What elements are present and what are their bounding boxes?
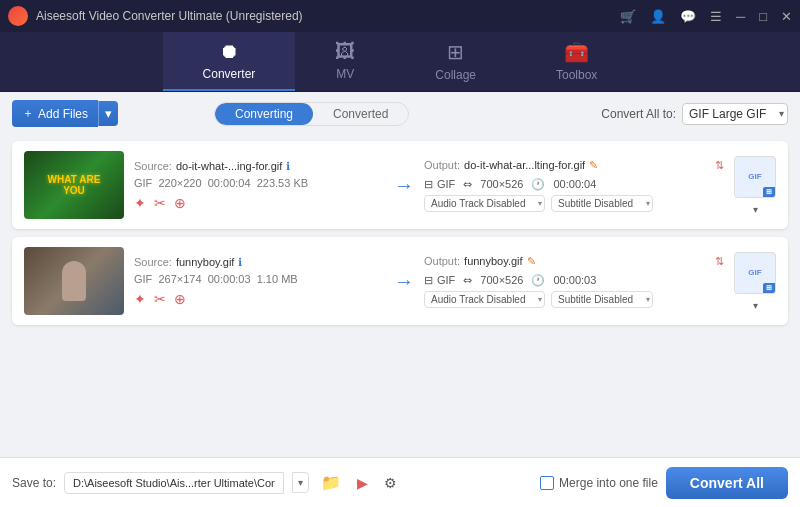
minimize-icon[interactable]: ─ xyxy=(736,9,745,24)
thumb2-person xyxy=(62,261,86,301)
bottom-bar: Save to: D:\Aiseesoft Studio\Ais...rter … xyxy=(0,457,800,507)
output-right-1: GIF ⊞ ▾ xyxy=(734,156,776,215)
cut-icon-2[interactable]: ✂ xyxy=(154,291,166,307)
titlebar-controls: 🛒 👤 💬 ☰ ─ □ ✕ xyxy=(620,9,792,24)
save-path-dropdown-button[interactable]: ▾ xyxy=(292,472,309,493)
info-icon-2[interactable]: ℹ xyxy=(238,256,242,269)
source-name-2: funnyboy.gif xyxy=(176,256,235,268)
format-badge-2: ⊟ GIF xyxy=(424,274,455,287)
add-icon: ＋ xyxy=(22,105,34,122)
convert-all-button[interactable]: Convert All xyxy=(666,467,788,499)
info-icon-1[interactable]: ℹ xyxy=(286,160,290,173)
edit-icon-1[interactable]: ✎ xyxy=(589,159,598,172)
tab-converter[interactable]: ⏺ Converter xyxy=(163,32,296,91)
add-files-label: Add Files xyxy=(38,107,88,121)
convert-tabs: Converting Converted xyxy=(214,102,409,126)
audio-select-wrapper-2: Audio Track Disabled ▾ xyxy=(424,291,545,308)
converted-tab[interactable]: Converted xyxy=(313,103,408,125)
output-dur-1: 00:00:04 xyxy=(553,178,596,190)
clock-icon-2: 🕐 xyxy=(531,274,545,287)
output-label-2: Output: xyxy=(424,255,460,267)
convert-all-to-label: Convert All to: xyxy=(601,107,676,121)
tag-icon-2[interactable]: ⊕ xyxy=(174,291,186,307)
close-icon[interactable]: ✕ xyxy=(781,9,792,24)
file-resolution-2: 267×174 xyxy=(158,273,201,285)
output-right-2: GIF ⊞ ▾ xyxy=(734,252,776,311)
menu-icon[interactable]: ☰ xyxy=(710,9,722,24)
tab-toolbox-label: Toolbox xyxy=(556,68,597,82)
save-to-label: Save to: xyxy=(12,476,56,490)
source-label-1: Source: xyxy=(134,160,172,172)
add-files-button[interactable]: ＋ Add Files xyxy=(12,100,98,127)
file-size-2: 1.10 MB xyxy=(257,273,298,285)
tab-mv-label: MV xyxy=(336,67,354,81)
file-duration-1: 00:00:04 xyxy=(208,177,251,189)
mv-icon: 🖼 xyxy=(335,40,355,63)
output-name-2: funnyboy.gif xyxy=(464,255,523,267)
add-files-dropdown-button[interactable]: ▾ xyxy=(98,101,118,126)
format-thumb-dropdown-1[interactable]: ▾ xyxy=(753,204,758,215)
audio-track-select-2[interactable]: Audio Track Disabled xyxy=(424,291,545,308)
output-format-row-2: ⊟ GIF ⇔ 700×526 🕐 00:00:03 xyxy=(424,274,724,287)
resolution-icon-1: ⇔ xyxy=(463,178,472,191)
save-path-input[interactable]: D:\Aiseesoft Studio\Ais...rter Ultimate\… xyxy=(64,472,284,494)
audio-select-wrapper-1: Audio Track Disabled ▾ xyxy=(424,195,545,212)
tab-mv[interactable]: 🖼 MV xyxy=(295,32,395,91)
toolbox-icon: 🧰 xyxy=(564,40,589,64)
chat-icon[interactable]: 💬 xyxy=(680,9,696,24)
merge-checkbox[interactable] xyxy=(540,476,554,490)
subtitle-select-1[interactable]: Subtitle Disabled xyxy=(551,195,653,212)
main-content: ＋ Add Files ▾ Converting Converted Conve… xyxy=(0,92,800,457)
cut-icon-1[interactable]: ✂ xyxy=(154,195,166,211)
file-actions-1: ✦ ✂ ⊕ xyxy=(134,195,384,211)
format-select[interactable]: GIF Large GIF xyxy=(682,103,788,125)
output-row-1: Output: do-it-what-ar...lting-for.gif ✎ … xyxy=(424,159,724,172)
settings-icon-2[interactable]: ✦ xyxy=(134,291,146,307)
titlebar: Aiseesoft Video Converter Ultimate (Unre… xyxy=(0,0,800,32)
app-logo xyxy=(8,6,28,26)
merge-label: Merge into one file xyxy=(559,476,658,490)
source-row-2: Source: funnyboy.gif ℹ xyxy=(134,256,384,269)
swap-top-icon-2[interactable]: ⇅ xyxy=(715,255,724,268)
output-track-row-1: Audio Track Disabled ▾ Subtitle Disabled… xyxy=(424,195,724,212)
output-info-2: Output: funnyboy.gif ✎ ⇅ ⊟ GIF ⇔ 700×526… xyxy=(424,255,724,308)
format-thumb-dropdown-2[interactable]: ▾ xyxy=(753,300,758,311)
person-icon[interactable]: 👤 xyxy=(650,9,666,24)
output-controls-2: ⊟ GIF ⇔ 700×526 🕐 00:00:03 Audio Track D… xyxy=(424,274,724,308)
settings-icon-1[interactable]: ✦ xyxy=(134,195,146,211)
source-row-1: Source: do-it-what-...ing-for.gif ℹ xyxy=(134,160,384,173)
format-icon-2: ⊟ xyxy=(424,274,433,287)
file-meta-1: GIF 220×220 00:00:04 223.53 KB xyxy=(134,177,384,189)
file-actions-2: ✦ ✂ ⊕ xyxy=(134,291,384,307)
maximize-icon[interactable]: □ xyxy=(759,9,767,24)
thumb1-text: WHAT AREYOU xyxy=(48,174,101,196)
tag-icon-1[interactable]: ⊕ xyxy=(174,195,186,211)
format-icon-1: ⊟ xyxy=(424,178,433,191)
format-thumb-1: GIF ⊞ xyxy=(734,156,776,198)
edit-icon-2[interactable]: ✎ xyxy=(527,255,536,268)
collage-icon: ⊞ xyxy=(447,40,464,64)
thumbnail-1: WHAT AREYOU xyxy=(24,151,124,219)
settings-icon-button[interactable]: ⚙ xyxy=(380,471,401,495)
thumb2-bg xyxy=(24,247,124,315)
table-row: Source: funnyboy.gif ℹ GIF 267×174 00:00… xyxy=(12,237,788,325)
file-size-1: 223.53 KB xyxy=(257,177,308,189)
converting-tab[interactable]: Converting xyxy=(215,103,313,125)
output-format-row-1: ⊟ GIF ⇔ 700×526 🕐 00:00:04 xyxy=(424,178,724,191)
folder-icon-button[interactable]: 📁 xyxy=(317,469,345,496)
format-select-wrapper: GIF Large GIF ▾ xyxy=(682,103,788,125)
subtitle-select-2[interactable]: Subtitle Disabled xyxy=(551,291,653,308)
subtitle-select-wrapper-2: Subtitle Disabled ▾ xyxy=(551,291,653,308)
arrow-icon-2: → xyxy=(394,270,414,293)
tab-collage[interactable]: ⊞ Collage xyxy=(395,32,516,91)
play-icon-button[interactable]: ▶ xyxy=(353,471,372,495)
output-label-1: Output: xyxy=(424,159,460,171)
format-thumb-corner-1: ⊞ xyxy=(763,187,775,197)
swap-top-icon-1[interactable]: ⇅ xyxy=(715,159,724,172)
nav-tabs: ⏺ Converter 🖼 MV ⊞ Collage 🧰 Toolbox xyxy=(0,32,800,92)
cart-icon[interactable]: 🛒 xyxy=(620,9,636,24)
output-format-1: GIF xyxy=(437,178,455,190)
resolution-icon-2: ⇔ xyxy=(463,274,472,287)
audio-track-select-1[interactable]: Audio Track Disabled xyxy=(424,195,545,212)
tab-toolbox[interactable]: 🧰 Toolbox xyxy=(516,32,637,91)
